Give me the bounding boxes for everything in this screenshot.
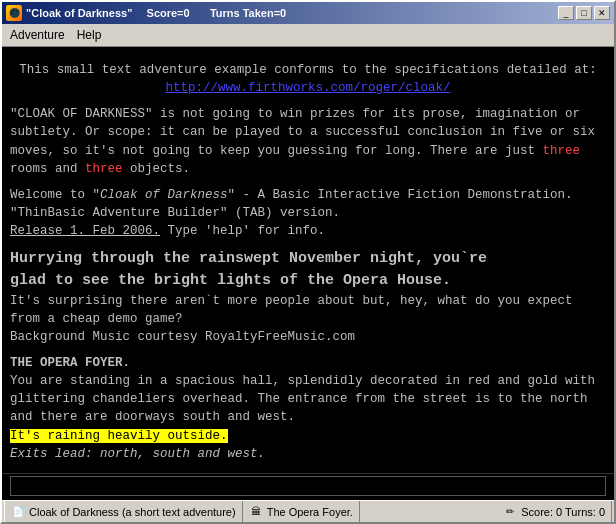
turns-display: Turns Taken=0 — [210, 7, 286, 19]
desc1: "CLOAK OF DARKNESS" is not going to win … — [10, 107, 595, 157]
game-status-icon: 📄 — [11, 505, 25, 519]
status-location-section: 🏛 The Opera Foyer. — [243, 501, 360, 522]
release-help: Type 'help' for info. — [168, 224, 326, 238]
close-button[interactable]: ✕ — [594, 6, 610, 20]
status-bar: 📄 Cloak of Darkness (a short text advent… — [2, 500, 614, 522]
tab-line: "ThinBasic Adventure Builder" (TAB) vers… — [10, 206, 340, 220]
desc1-mid: rooms and — [10, 162, 85, 176]
menu-adventure[interactable]: Adventure — [4, 26, 71, 44]
three-objects: three — [85, 162, 123, 176]
narrative-line2: glad to see the bright lights of the Ope… — [10, 270, 606, 292]
narrative-small: It's surprising there aren`t more people… — [10, 292, 606, 328]
game-title-italic: Cloak of Darkness — [100, 188, 228, 202]
background-music: Background Music courtesy RoyaltyFreeMus… — [10, 328, 606, 346]
score-icon: ✏ — [503, 505, 517, 519]
desc1-end: objects. — [130, 162, 190, 176]
weather-status: It's raining heavily outside. — [10, 427, 606, 445]
window-title: "Cloak of Darkness" — [26, 7, 132, 19]
app-icon: 🌑 — [6, 5, 22, 21]
status-game-section: 📄 Cloak of Darkness (a short text advent… — [4, 501, 243, 522]
three-rooms: three — [543, 144, 581, 158]
minimize-button[interactable]: _ — [558, 6, 574, 20]
score-text: Score: 0 Turns: 0 — [521, 506, 605, 518]
exits-dirs: north, south and west. — [100, 447, 265, 461]
command-input[interactable] — [10, 476, 606, 496]
release-line: Release 1. Feb 2006. — [10, 224, 160, 238]
game-status-text: Cloak of Darkness (a short text adventur… — [29, 506, 236, 518]
location-text: The Opera Foyer. — [267, 506, 353, 518]
prompt-text: Please enter your instructions. — [10, 471, 606, 473]
window-controls: _ □ ✕ — [558, 6, 610, 20]
content-area[interactable]: This small text adventure example confor… — [2, 47, 614, 473]
exits-line: Exits lead: north, south and west. — [10, 445, 606, 463]
status-score-section: ✏ Score: 0 Turns: 0 — [497, 501, 612, 522]
narrative-line1: Hurrying through the rainswept November … — [10, 248, 606, 270]
welcome2: " - A Basic Interactive Fiction Demonstr… — [228, 188, 573, 202]
welcome-section: Welcome to "Cloak of Darkness" - A Basic… — [10, 186, 606, 240]
main-window: 🌑 "Cloak of Darkness" Score=0 Turns Take… — [0, 0, 616, 524]
room-section: THE OPERA FOYER. You are standing in a s… — [10, 354, 606, 463]
description-section: "CLOAK OF DARKNESS" is not going to win … — [10, 105, 606, 178]
title-bar: 🌑 "Cloak of Darkness" Score=0 Turns Take… — [2, 2, 614, 24]
intro-link[interactable]: http://www.firthworks.com/roger/cloak/ — [165, 81, 450, 95]
maximize-button[interactable]: □ — [576, 6, 592, 20]
exits-label: Exits lead: — [10, 447, 93, 461]
input-area — [2, 473, 614, 500]
welcome1: Welcome to " — [10, 188, 100, 202]
intro-line1: This small text adventure example confor… — [19, 63, 597, 77]
room-desc: You are standing in a spacious hall, spl… — [10, 372, 606, 426]
prompt-section: Please enter your instructions. — [10, 471, 606, 473]
room-name: THE OPERA FOYER. — [10, 354, 606, 372]
weather-text: It's raining heavily outside. — [10, 429, 228, 443]
menu-help[interactable]: Help — [71, 26, 108, 44]
intro-section: This small text adventure example confor… — [10, 61, 606, 97]
score-display: Score=0 — [147, 7, 190, 19]
narrative-section: Hurrying through the rainswept November … — [10, 248, 606, 346]
menu-bar: Adventure Help — [2, 24, 614, 47]
title-bar-left: 🌑 "Cloak of Darkness" Score=0 Turns Take… — [6, 5, 286, 21]
location-icon: 🏛 — [249, 505, 263, 519]
